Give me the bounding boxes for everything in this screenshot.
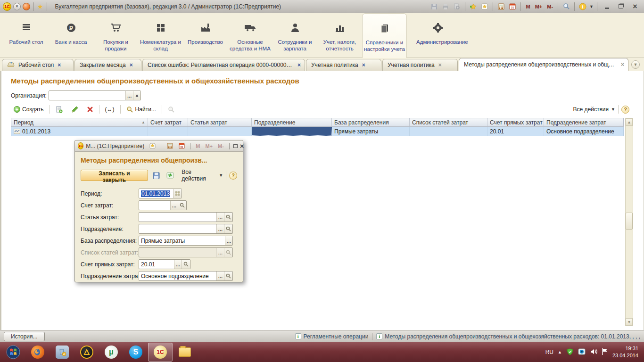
tab-accounting-policy-2[interactable]: Учетная политика × xyxy=(382,59,458,71)
calculator-icon[interactable] xyxy=(165,141,174,151)
tab-close-icon[interactable]: × xyxy=(130,62,133,68)
open-search-button[interactable] xyxy=(178,201,186,210)
favorites-star-icon[interactable]: ★ xyxy=(37,3,43,10)
cell-direct-cost-account[interactable]: 20.01 xyxy=(487,127,544,136)
copy-button[interactable] xyxy=(53,105,66,115)
scrollbar-thumb[interactable] xyxy=(626,213,633,230)
ribbon-section-inventory[interactable]: Номенклатура и склад xyxy=(138,13,183,58)
period-input[interactable]: 01.01.2013 xyxy=(139,189,173,198)
tab-desktop[interactable]: Рабочий стол × xyxy=(2,59,74,71)
hidden-icons-arrow-icon[interactable]: ▲ xyxy=(558,350,562,354)
department-input[interactable] xyxy=(139,224,216,233)
antivirus-tray-icon[interactable] xyxy=(566,348,574,357)
memory-minus-button[interactable]: M- xyxy=(545,4,554,9)
open-search-button[interactable] xyxy=(224,224,232,233)
taskbar-ccleaner-icon[interactable] xyxy=(50,343,74,362)
ribbon-section-references[interactable]: Справочники и настройки учета xyxy=(362,13,407,58)
open-search-button[interactable] xyxy=(182,260,190,269)
delete-button[interactable] xyxy=(84,105,96,114)
select-button[interactable]: ... xyxy=(216,272,224,280)
ribbon-section-bank[interactable]: P Банк и касса xyxy=(49,13,93,58)
cell-cost-department[interactable]: Основное подразделение xyxy=(544,127,623,136)
tab-close-icon[interactable]: × xyxy=(362,62,365,68)
organization-input[interactable] xyxy=(49,91,125,100)
column-header-direct-cost-account[interactable]: Счет прямых затрат xyxy=(487,118,544,126)
open-search-button[interactable] xyxy=(224,272,232,280)
organization-clear-button[interactable]: × xyxy=(133,91,140,100)
set-interval-button[interactable]: (↔) xyxy=(102,105,117,114)
select-button[interactable]: ... xyxy=(216,213,224,222)
main-menu-button[interactable]: ▼ xyxy=(13,3,21,10)
cell-cost-account[interactable] xyxy=(148,127,188,136)
taskbar-utorrent-icon[interactable]: µ xyxy=(99,343,124,362)
column-header-department[interactable]: Подразделение xyxy=(252,118,332,126)
taskbar-explorer-icon[interactable] xyxy=(173,343,197,362)
direct-cost-account-input[interactable]: 20.01 xyxy=(139,260,174,269)
cell-distribution-base[interactable]: Прямые затраты xyxy=(332,127,410,136)
ribbon-section-production[interactable]: Производство xyxy=(183,13,228,58)
distribution-base-input[interactable]: Прямые затраты xyxy=(139,236,225,245)
help-button[interactable]: ? xyxy=(621,106,629,114)
calculator-icon[interactable] xyxy=(496,2,506,11)
status-link-distribution-methods[interactable]: i Методы распределения общепроизводствен… xyxy=(376,333,640,340)
favorites-page-icon[interactable] xyxy=(148,141,157,151)
edit-button[interactable] xyxy=(68,105,81,115)
ribbon-section-administration[interactable]: Администрирование xyxy=(407,13,469,58)
calendar-icon[interactable]: 31 xyxy=(508,2,517,11)
cost-item-input[interactable] xyxy=(139,213,216,222)
cost-department-input[interactable]: Основное подразделение xyxy=(139,272,216,280)
tab-distribution-methods[interactable]: Методы распределения общепроизводственны… xyxy=(459,58,628,71)
cost-account-input[interactable] xyxy=(139,201,170,210)
create-button[interactable]: + Создать xyxy=(11,105,47,114)
add-favorite-icon[interactable] xyxy=(469,2,478,11)
search-icon[interactable] xyxy=(561,2,571,11)
tab-close-icon[interactable]: × xyxy=(58,62,61,68)
tab-close-icon[interactable]: × xyxy=(438,62,442,68)
taskbar-1c-icon[interactable]: 1С xyxy=(148,343,173,362)
select-button[interactable]: ... xyxy=(216,224,224,233)
column-header-cost-account[interactable]: Счет затрат xyxy=(148,118,188,126)
action-center-flag-icon[interactable] xyxy=(602,348,608,357)
vertical-scrollbar[interactable]: ▲ ▼ xyxy=(625,118,633,326)
column-header-cost-department[interactable]: Подразделение затрат xyxy=(544,118,623,126)
dialog-help-button[interactable]: ? xyxy=(229,172,237,180)
column-header-cost-item[interactable]: Статья затрат xyxy=(188,118,252,126)
taskbar-firefox-icon[interactable] xyxy=(25,343,50,362)
table-row[interactable]: 01.01.2013 Прямые затраты 20.01 Основное… xyxy=(11,127,624,136)
cell-cost-item[interactable] xyxy=(188,127,252,136)
cell-cost-items-list[interactable] xyxy=(410,127,487,136)
ribbon-section-purchases[interactable]: Покупки и продажи xyxy=(93,13,138,58)
dialog-maximize-button[interactable] xyxy=(233,142,238,150)
open-search-button[interactable] xyxy=(224,213,232,222)
dialog-all-actions-button[interactable]: Все действия ▼ xyxy=(182,169,223,182)
find-button[interactable]: Найти... xyxy=(124,105,159,115)
tab-error-list[interactable]: Список ошибок: Регламентная операция 000… xyxy=(142,59,305,71)
date-picker-button[interactable] xyxy=(173,189,182,198)
taskbar-skype-icon[interactable]: S xyxy=(124,343,148,362)
select-button[interactable]: ... xyxy=(170,201,178,210)
column-header-cost-items-list[interactable]: Список статей затрат xyxy=(410,118,487,126)
ribbon-section-desktop[interactable]: Рабочий стол xyxy=(4,13,49,58)
column-header-distribution-base[interactable]: База распределения xyxy=(332,118,410,126)
select-button[interactable]: ... xyxy=(174,260,182,269)
record-button[interactable] xyxy=(23,3,30,10)
scroll-up-icon[interactable]: ▲ xyxy=(626,118,633,126)
favorites-page-icon[interactable] xyxy=(480,2,489,11)
dialog-close-button[interactable]: × xyxy=(240,142,244,150)
status-link-regulated-operations[interactable]: i Регламентные операции xyxy=(295,333,369,340)
taskbar-aimp-icon[interactable] xyxy=(74,343,99,362)
save-button[interactable] xyxy=(151,170,162,181)
tab-close-icon[interactable]: × xyxy=(297,62,301,68)
scroll-down-icon[interactable]: ▼ xyxy=(626,318,633,326)
tab-month-closing[interactable]: Закрытие месяца × xyxy=(74,59,141,71)
ribbon-section-employees[interactable]: Сотрудники и зарплата xyxy=(272,13,317,58)
info-dropdown-icon[interactable]: ▼ xyxy=(589,4,594,9)
tab-close-icon[interactable]: × xyxy=(621,61,624,68)
calendar-icon[interactable]: 31 xyxy=(177,141,186,151)
close-button[interactable]: × xyxy=(629,2,641,11)
cell-department-selected[interactable] xyxy=(252,127,332,136)
organization-select-button[interactable]: ... xyxy=(125,91,133,100)
ribbon-section-accounting[interactable]: Учет, налоги, отчетность xyxy=(317,13,362,58)
start-button[interactable] xyxy=(1,343,25,362)
all-actions-button[interactable]: Все действия ▼ xyxy=(573,106,615,113)
